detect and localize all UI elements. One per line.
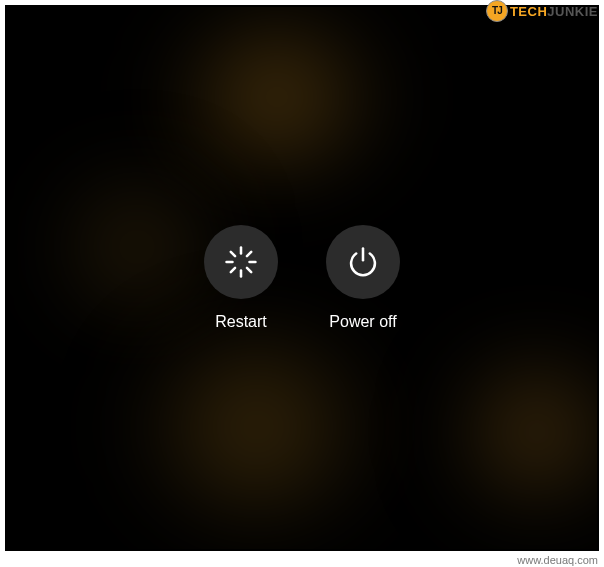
power-off-circle (326, 225, 400, 299)
restart-button[interactable]: Restart (204, 225, 278, 331)
power-icon (346, 245, 380, 279)
svg-line-6 (231, 268, 235, 272)
badge-text: TJ (492, 6, 502, 16)
screenshot-frame: Restart Power off (5, 5, 599, 551)
techjunkie-watermark: TJ TECH JUNKIE (486, 0, 598, 22)
brand-part-1: TECH (510, 4, 547, 19)
power-off-button[interactable]: Power off (326, 225, 400, 331)
bg-blob (447, 347, 599, 517)
svg-line-5 (247, 268, 251, 272)
brand-part-2: JUNKIE (547, 4, 598, 19)
bg-blob (157, 17, 397, 177)
power-menu: Restart Power off (204, 225, 400, 331)
bg-blob (127, 327, 387, 527)
power-off-label: Power off (329, 313, 396, 331)
restart-spinner-icon (224, 245, 258, 279)
restart-circle (204, 225, 278, 299)
svg-line-7 (247, 252, 251, 256)
techjunkie-logo-text: TECH JUNKIE (510, 4, 598, 19)
restart-label: Restart (215, 313, 267, 331)
source-url-watermark: www.deuaq.com (517, 554, 598, 566)
techjunkie-badge-icon: TJ (486, 0, 508, 22)
svg-line-4 (231, 252, 235, 256)
bg-blob (47, 167, 227, 327)
